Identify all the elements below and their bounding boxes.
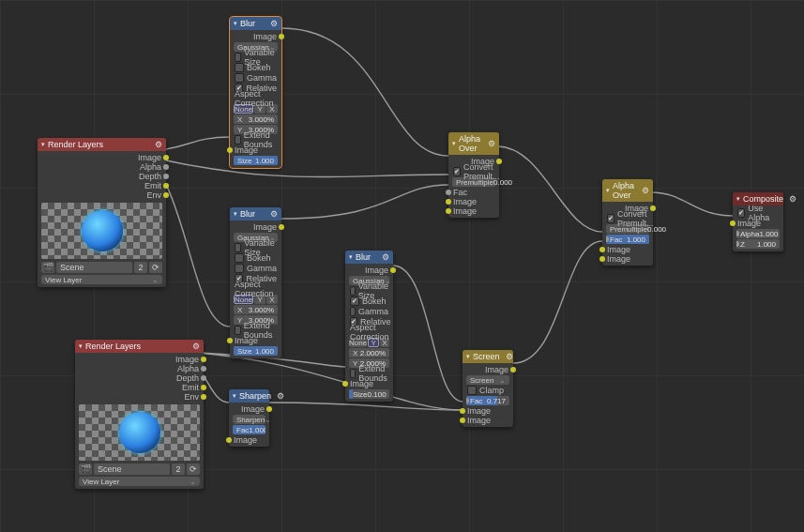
chk-convert-premul[interactable]: Convert Premult... [448, 167, 499, 176]
z-slider[interactable]: Z1.000 [736, 239, 780, 249]
chk-clamp[interactable]: Clamp [463, 386, 513, 395]
collapse-icon[interactable]: ▾ [233, 392, 236, 400]
node-blur-1[interactable]: ▾ Blur ⚙ Image Gaussian Variable Size Bo… [230, 17, 281, 168]
socket-in-image[interactable] [227, 147, 233, 153]
node-blur-3[interactable]: ▾ Blur ⚙ Image Gaussian Variable Size Bo… [345, 251, 393, 402]
node-options-icon[interactable]: ⚙ [270, 19, 278, 28]
collapse-icon[interactable]: ▾ [234, 20, 237, 27]
collapse-icon[interactable]: ▾ [79, 342, 83, 350]
socket-out-image[interactable] [496, 159, 502, 164]
socket-in-alpha[interactable] [736, 231, 739, 236]
scene-icon[interactable]: 🎬 [79, 464, 92, 475]
viewlayer-select[interactable]: View Layer [79, 477, 200, 486]
node-composite[interactable]: ▾ Composite ⚙ Use Alpha Image Alpha1.000… [733, 192, 783, 251]
socket-in-image[interactable] [342, 381, 348, 387]
field-x[interactable]: X3.000% [234, 114, 278, 124]
node-options-icon[interactable]: ⚙ [789, 194, 796, 204]
socket-out-image[interactable] [650, 205, 656, 211]
socket-out-image[interactable] [201, 357, 206, 362]
node-alpha-over-1[interactable]: ▾ Alpha Over ⚙ Image Convert Premult... … [448, 132, 499, 218]
socket-out-env[interactable] [201, 394, 206, 400]
fac-slider[interactable]: Fac0.717 [466, 396, 509, 405]
size-slider[interactable]: Size1.000 [234, 156, 278, 165]
viewlayer-select[interactable]: View Layer [41, 275, 162, 284]
socket-out-image[interactable] [279, 224, 284, 230]
node-render-layers-2[interactable]: ▾ Render Layers ⚙ Image Alpha Depth Emit… [75, 340, 204, 489]
scene-icon[interactable]: 🎬 [41, 262, 54, 273]
collapse-icon[interactable]: ▾ [606, 187, 610, 194]
node-header[interactable]: ▾ Screen ⚙ [463, 350, 513, 363]
field-premul[interactable]: Premultiple0.000 [452, 177, 495, 187]
scene-render-icon[interactable]: ⟳ [187, 464, 200, 475]
socket-out-image[interactable] [510, 367, 516, 372]
socket-in-image1[interactable] [599, 247, 605, 252]
chk-gamma[interactable]: Gamma [345, 307, 393, 316]
socket-in-image1[interactable] [460, 408, 465, 414]
socket-out-image[interactable] [390, 267, 396, 273]
node-blur-2[interactable]: ▾ Blur ⚙ Image Gaussian Variable Size Bo… [230, 207, 281, 358]
socket-out-env[interactable] [163, 192, 169, 198]
node-options-icon[interactable]: ⚙ [506, 352, 513, 361]
fac-slider[interactable]: Fac1.000 [233, 425, 265, 434]
chk-gamma[interactable]: Gamma [230, 73, 281, 83]
collapse-icon[interactable]: ▾ [466, 353, 470, 360]
mix-mode-select[interactable]: Screen [466, 375, 509, 385]
chk-use-alpha[interactable]: Use Alpha [733, 208, 783, 218]
node-header[interactable]: ▾ Render Layers ⚙ [75, 340, 204, 353]
field-x[interactable]: X2.000% [349, 348, 389, 357]
fac-slider[interactable]: Fac1.000 [606, 235, 649, 244]
chk-convert-premul[interactable]: Convert Premult... [602, 214, 653, 223]
sharpen-type-select[interactable]: Sharpen [233, 415, 265, 424]
node-screen[interactable]: ▾ Screen ⚙ Image Screen Clamp Fac0.717 I… [463, 350, 513, 427]
node-options-icon[interactable]: ⚙ [382, 252, 389, 262]
node-header[interactable]: ▾ Alpha Over ⚙ [448, 132, 499, 155]
node-header[interactable]: ▾ Blur ⚙ [345, 251, 393, 264]
socket-in-fac[interactable] [446, 190, 451, 195]
collapse-icon[interactable]: ▾ [41, 141, 45, 148]
collapse-icon[interactable]: ▾ [234, 210, 237, 218]
node-options-icon[interactable]: ⚙ [155, 140, 162, 149]
field-x[interactable]: X3.000% [234, 305, 278, 314]
socket-in-image2[interactable] [460, 418, 465, 423]
field-premul[interactable]: Premultiple0.000 [606, 224, 649, 234]
socket-out-alpha[interactable] [163, 164, 169, 170]
node-header[interactable]: ▾ Blur ⚙ [230, 207, 281, 220]
size-slider[interactable]: Size0.100 [349, 389, 389, 399]
chk-bokeh[interactable]: Bokeh [345, 296, 393, 306]
scene-selector[interactable]: 🎬 Scene 2 ⟳ [41, 262, 162, 273]
socket-out-image[interactable] [279, 34, 284, 39]
collapse-icon[interactable]: ▾ [349, 253, 353, 261]
node-sharpen[interactable]: ▾ Sharpen ⚙ Image Sharpen Fac1.000 Image [229, 389, 269, 447]
node-header[interactable]: ▾ Sharpen ⚙ [229, 389, 269, 403]
chk-extend-bounds[interactable]: Extend Bounds [230, 326, 281, 335]
socket-out-depth[interactable] [163, 174, 169, 179]
node-options-icon[interactable]: ⚙ [270, 209, 278, 219]
scene-selector[interactable]: 🎬 Scene 2 ⟳ [79, 464, 200, 475]
socket-out-image[interactable] [163, 155, 169, 160]
node-options-icon[interactable]: ⚙ [192, 342, 200, 351]
socket-out-emit[interactable] [201, 385, 206, 390]
chk-extend-bounds[interactable]: Extend Bounds [230, 135, 281, 144]
chk-variable-size[interactable]: Variable Size [230, 53, 281, 62]
socket-out-image[interactable] [266, 406, 272, 412]
collapse-icon[interactable]: ▾ [736, 195, 740, 203]
socket-in-z[interactable] [736, 241, 739, 247]
node-header[interactable]: ▾ Blur ⚙ [230, 17, 281, 30]
chk-variable-size[interactable]: Variable Size [230, 243, 281, 252]
socket-in-image2[interactable] [599, 256, 605, 262]
node-options-icon[interactable]: ⚙ [277, 391, 284, 401]
node-render-layers-1[interactable]: ▾ Render Layers ⚙ Image Alpha Depth Emit… [38, 138, 166, 287]
socket-in-image1[interactable] [446, 199, 451, 205]
node-options-icon[interactable]: ⚙ [488, 139, 495, 148]
socket-in-image[interactable] [227, 338, 233, 343]
node-header[interactable]: ▾ Render Layers ⚙ [38, 138, 166, 151]
size-slider[interactable]: Size1.000 [234, 346, 278, 356]
socket-in-image[interactable] [226, 437, 232, 443]
chk-extend-bounds[interactable]: Extend Bounds [345, 369, 393, 378]
socket-out-alpha[interactable] [201, 366, 206, 372]
alpha-slider[interactable]: Alpha1.000 [736, 229, 780, 238]
compositor-canvas[interactable]: { "rl1":{"title":"Render Layers","outs":… [0, 0, 804, 532]
scene-render-icon[interactable]: ⟳ [149, 262, 162, 273]
socket-out-emit[interactable] [163, 183, 169, 189]
socket-out-depth[interactable] [201, 375, 206, 381]
